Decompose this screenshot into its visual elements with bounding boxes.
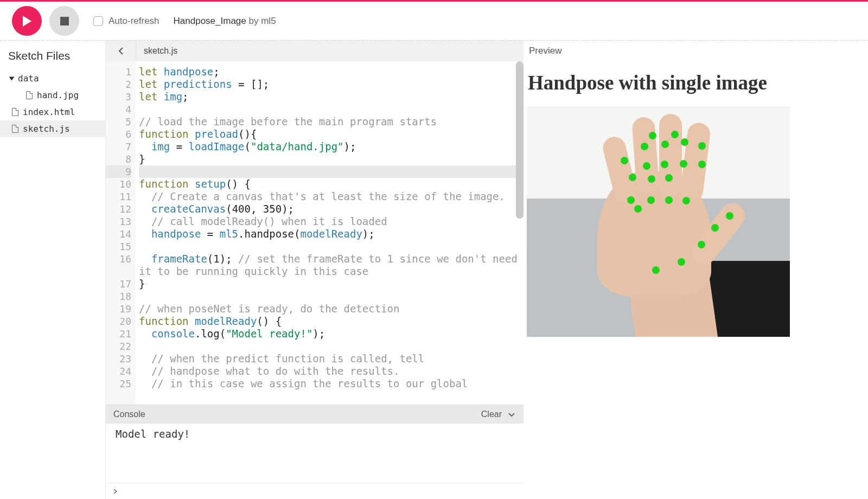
file-item[interactable]: index.html bbox=[0, 104, 105, 120]
chevron-down-icon[interactable] bbox=[507, 410, 516, 419]
hand-keypoint bbox=[629, 174, 636, 181]
sketch-meta: Handpose_Image by ml5 bbox=[174, 16, 276, 27]
hand-keypoint bbox=[652, 266, 660, 274]
file-icon bbox=[26, 91, 33, 99]
file-explorer: Sketch Files datahand.jpgindex.htmlsketc… bbox=[0, 41, 106, 499]
editor-pane: sketch.js 12345678910111213141516 171819… bbox=[106, 41, 524, 499]
toolbar: Auto-refresh Handpose_Image by ml5 bbox=[0, 0, 868, 41]
hand-finger bbox=[659, 114, 682, 195]
file-explorer-title: Sketch Files bbox=[0, 41, 105, 70]
editor-tab[interactable]: sketch.js bbox=[136, 46, 185, 56]
hand-keypoint bbox=[711, 224, 719, 232]
folder-item[interactable]: data bbox=[0, 70, 105, 87]
preview-label: Preview bbox=[527, 41, 865, 61]
chevron-left-icon bbox=[117, 47, 125, 55]
triangle-down-icon bbox=[9, 76, 15, 80]
hand-keypoint bbox=[621, 157, 628, 164]
auto-refresh-toggle[interactable]: Auto-refresh bbox=[93, 16, 159, 27]
hand-keypoint bbox=[634, 205, 642, 213]
hand-keypoint bbox=[661, 140, 669, 148]
auto-refresh-label: Auto-refresh bbox=[108, 16, 159, 27]
hand-keypoint bbox=[665, 174, 673, 182]
hand-keypoint bbox=[698, 161, 706, 168]
play-icon bbox=[22, 15, 33, 27]
preview-heading: Handpose with single image bbox=[528, 71, 865, 94]
hand-keypoint bbox=[678, 258, 685, 266]
console-message: Model ready! bbox=[116, 428, 514, 440]
file-item[interactable]: hand.jpg bbox=[0, 87, 105, 104]
stop-icon bbox=[60, 17, 69, 25]
file-icon bbox=[12, 125, 18, 133]
hand-keypoint bbox=[681, 138, 688, 146]
editor-header: sketch.js bbox=[106, 41, 524, 61]
preview-pane: Preview Handpose with single image bbox=[524, 41, 868, 499]
line-gutter: 12345678910111213141516 1718192021222324… bbox=[106, 61, 136, 405]
preview-canvas bbox=[527, 106, 790, 337]
stop-button[interactable] bbox=[49, 6, 79, 36]
hand-keypoint bbox=[641, 143, 648, 150]
console-output: Model ready! bbox=[106, 424, 524, 483]
hand-keypoint bbox=[649, 132, 656, 139]
console-title: Console bbox=[113, 410, 145, 419]
chevron-right-icon bbox=[112, 488, 119, 495]
hand-keypoint bbox=[726, 212, 733, 220]
hand-keypoint bbox=[682, 197, 690, 204]
hand-keypoint bbox=[665, 196, 673, 204]
checkbox-icon bbox=[93, 16, 103, 26]
hand-keypoint bbox=[680, 160, 687, 168]
file-item[interactable]: sketch.js bbox=[0, 120, 105, 137]
console-header: Console Clear bbox=[106, 405, 524, 424]
console-clear-button[interactable]: Clear bbox=[481, 410, 502, 419]
sketch-name[interactable]: Handpose_Image bbox=[174, 16, 246, 26]
hand-keypoint bbox=[671, 131, 679, 138]
code-editor[interactable]: 12345678910111213141516 1718192021222324… bbox=[106, 61, 524, 405]
author-link[interactable]: ml5 bbox=[261, 16, 276, 26]
collapse-files-button[interactable] bbox=[106, 41, 136, 61]
console-panel: Console Clear Model ready! bbox=[106, 405, 524, 499]
hand-keypoint bbox=[698, 241, 705, 248]
run-button[interactable] bbox=[12, 6, 42, 36]
hand-keypoint bbox=[647, 196, 655, 204]
hand-keypoint bbox=[643, 162, 650, 170]
hand-keypoint bbox=[698, 142, 706, 150]
file-icon bbox=[12, 108, 18, 116]
hand-keypoint bbox=[627, 196, 635, 204]
code-body[interactable]: let handpose;let predictions = [];let im… bbox=[136, 61, 524, 405]
hand-keypoint bbox=[648, 175, 655, 183]
scrollbar-vertical[interactable] bbox=[516, 61, 524, 219]
hand-keypoint bbox=[661, 161, 668, 168]
console-input[interactable] bbox=[106, 483, 524, 499]
